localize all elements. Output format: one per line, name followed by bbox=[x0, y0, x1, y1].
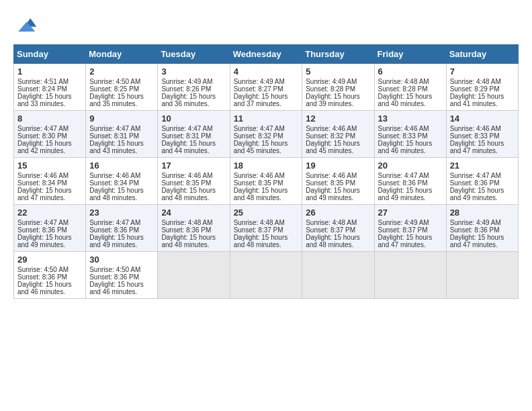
sunrise-text: Sunrise: 4:47 AM bbox=[17, 219, 69, 226]
sunrise-text: Sunrise: 4:49 AM bbox=[306, 78, 357, 85]
sunset-text: Sunset: 8:37 PM bbox=[306, 226, 355, 234]
sunrise-text: Sunrise: 4:50 AM bbox=[17, 266, 69, 273]
sunset-text: Sunset: 8:28 PM bbox=[378, 85, 428, 93]
day-number: 26 bbox=[306, 208, 370, 218]
daylight-text: Daylight: 15 hours and 33 minutes. bbox=[17, 93, 72, 107]
sunset-text: Sunset: 8:36 PM bbox=[161, 226, 211, 234]
day-number: 25 bbox=[234, 208, 299, 218]
logo-icon bbox=[13, 13, 38, 38]
calendar-cell-25: 25Sunrise: 4:48 AMSunset: 8:37 PMDayligh… bbox=[230, 205, 302, 252]
calendar-cell-4: 4Sunrise: 4:49 AMSunset: 8:27 PMDaylight… bbox=[230, 64, 302, 111]
daylight-text: Daylight: 15 hours and 39 minutes. bbox=[306, 93, 360, 107]
calendar-cell-10: 10Sunrise: 4:47 AMSunset: 8:31 PMDayligh… bbox=[158, 111, 230, 158]
day-number: 16 bbox=[89, 161, 154, 171]
calendar-cell-2: 2Sunrise: 4:50 AMSunset: 8:25 PMDaylight… bbox=[86, 64, 158, 111]
day-number: 17 bbox=[161, 161, 226, 171]
calendar-header-thursday: Thursday bbox=[302, 45, 374, 64]
calendar-cell-12: 12Sunrise: 4:46 AMSunset: 8:32 PMDayligh… bbox=[302, 111, 374, 158]
day-number: 24 bbox=[161, 208, 226, 218]
sunset-text: Sunset: 8:29 PM bbox=[450, 85, 500, 93]
daylight-text: Daylight: 15 hours and 41 minutes. bbox=[450, 93, 504, 107]
calendar-cell-24: 24Sunrise: 4:48 AMSunset: 8:36 PMDayligh… bbox=[158, 205, 230, 252]
day-number: 2 bbox=[89, 66, 154, 77]
day-number: 1 bbox=[17, 66, 82, 77]
sunrise-text: Sunrise: 4:47 AM bbox=[234, 125, 285, 132]
sunrise-text: Sunrise: 4:47 AM bbox=[89, 125, 140, 132]
sunset-text: Sunset: 8:26 PM bbox=[161, 85, 211, 93]
day-number: 18 bbox=[234, 161, 299, 171]
calendar-cell-22: 22Sunrise: 4:47 AMSunset: 8:36 PMDayligh… bbox=[14, 205, 86, 252]
daylight-text: Daylight: 15 hours and 44 minutes. bbox=[161, 140, 216, 154]
sunset-text: Sunset: 8:37 PM bbox=[378, 226, 428, 234]
calendar-cell-20: 20Sunrise: 4:47 AMSunset: 8:36 PMDayligh… bbox=[374, 158, 446, 205]
calendar-header-sunday: Sunday bbox=[14, 45, 86, 64]
day-number: 19 bbox=[306, 161, 370, 171]
calendar-header-friday: Friday bbox=[374, 45, 446, 64]
calendar-cell-9: 9Sunrise: 4:47 AMSunset: 8:31 PMDaylight… bbox=[86, 111, 158, 158]
daylight-text: Daylight: 15 hours and 49 minutes. bbox=[378, 187, 433, 201]
day-number: 8 bbox=[17, 113, 82, 124]
calendar-week-2: 8Sunrise: 4:47 AMSunset: 8:30 PMDaylight… bbox=[14, 111, 519, 158]
calendar-week-5: 29Sunrise: 4:50 AMSunset: 8:36 PMDayligh… bbox=[14, 252, 519, 299]
day-number: 11 bbox=[234, 113, 299, 124]
sunrise-text: Sunrise: 4:46 AM bbox=[234, 172, 285, 179]
sunset-text: Sunset: 8:33 PM bbox=[378, 132, 428, 140]
calendar-cell-13: 13Sunrise: 4:46 AMSunset: 8:33 PMDayligh… bbox=[374, 111, 446, 158]
sunrise-text: Sunrise: 4:51 AM bbox=[17, 78, 69, 85]
sunset-text: Sunset: 8:35 PM bbox=[234, 179, 283, 187]
calendar-cell-18: 18Sunrise: 4:46 AMSunset: 8:35 PMDayligh… bbox=[230, 158, 302, 205]
calendar-cell-7: 7Sunrise: 4:48 AMSunset: 8:29 PMDaylight… bbox=[446, 64, 518, 111]
calendar-cell-21: 21Sunrise: 4:47 AMSunset: 8:36 PMDayligh… bbox=[446, 158, 518, 205]
daylight-text: Daylight: 15 hours and 45 minutes. bbox=[306, 140, 360, 154]
daylight-text: Daylight: 15 hours and 47 minutes. bbox=[378, 234, 433, 248]
calendar-cell-empty bbox=[374, 252, 446, 299]
calendar-header-wednesday: Wednesday bbox=[230, 45, 302, 64]
calendar-cell-27: 27Sunrise: 4:49 AMSunset: 8:37 PMDayligh… bbox=[374, 205, 446, 252]
sunrise-text: Sunrise: 4:48 AM bbox=[234, 219, 285, 226]
sunset-text: Sunset: 8:36 PM bbox=[450, 226, 500, 234]
sunset-text: Sunset: 8:36 PM bbox=[450, 179, 500, 187]
daylight-text: Daylight: 15 hours and 45 minutes. bbox=[234, 140, 288, 154]
sunset-text: Sunset: 8:25 PM bbox=[89, 85, 139, 93]
day-number: 14 bbox=[450, 113, 515, 124]
day-number: 5 bbox=[306, 66, 370, 77]
day-number: 22 bbox=[17, 208, 82, 218]
day-number: 13 bbox=[378, 113, 443, 124]
daylight-text: Daylight: 15 hours and 48 minutes. bbox=[161, 187, 216, 201]
calendar-cell-28: 28Sunrise: 4:49 AMSunset: 8:36 PMDayligh… bbox=[446, 205, 518, 252]
day-number: 30 bbox=[89, 255, 154, 265]
calendar-cell-8: 8Sunrise: 4:47 AMSunset: 8:30 PMDaylight… bbox=[14, 111, 86, 158]
sunrise-text: Sunrise: 4:46 AM bbox=[306, 125, 357, 132]
day-number: 15 bbox=[17, 161, 82, 171]
calendar-week-4: 22Sunrise: 4:47 AMSunset: 8:36 PMDayligh… bbox=[14, 205, 519, 252]
sunrise-text: Sunrise: 4:47 AM bbox=[161, 125, 212, 132]
daylight-text: Daylight: 15 hours and 46 minutes. bbox=[17, 281, 72, 295]
daylight-text: Daylight: 15 hours and 49 minutes. bbox=[17, 234, 72, 248]
sunset-text: Sunset: 8:36 PM bbox=[89, 273, 139, 281]
sunrise-text: Sunrise: 4:49 AM bbox=[378, 219, 429, 226]
calendar-cell-6: 6Sunrise: 4:48 AMSunset: 8:28 PMDaylight… bbox=[374, 64, 446, 111]
calendar-cell-11: 11Sunrise: 4:47 AMSunset: 8:32 PMDayligh… bbox=[230, 111, 302, 158]
daylight-text: Daylight: 15 hours and 47 minutes. bbox=[450, 234, 504, 248]
sunset-text: Sunset: 8:35 PM bbox=[161, 179, 211, 187]
daylight-text: Daylight: 15 hours and 49 minutes. bbox=[89, 234, 144, 248]
daylight-text: Daylight: 15 hours and 46 minutes. bbox=[378, 140, 433, 154]
calendar-cell-14: 14Sunrise: 4:46 AMSunset: 8:33 PMDayligh… bbox=[446, 111, 518, 158]
sunset-text: Sunset: 8:30 PM bbox=[17, 132, 67, 140]
calendar-header-monday: Monday bbox=[86, 45, 158, 64]
daylight-text: Daylight: 15 hours and 35 minutes. bbox=[89, 93, 144, 107]
daylight-text: Daylight: 15 hours and 48 minutes. bbox=[234, 234, 288, 248]
daylight-text: Daylight: 15 hours and 48 minutes. bbox=[89, 187, 144, 201]
day-number: 21 bbox=[450, 161, 515, 171]
sunrise-text: Sunrise: 4:46 AM bbox=[378, 125, 429, 132]
daylight-text: Daylight: 15 hours and 40 minutes. bbox=[378, 93, 433, 107]
daylight-text: Daylight: 15 hours and 36 minutes. bbox=[161, 93, 216, 107]
calendar-cell-17: 17Sunrise: 4:46 AMSunset: 8:35 PMDayligh… bbox=[158, 158, 230, 205]
sunset-text: Sunset: 8:36 PM bbox=[89, 226, 139, 234]
calendar-cell-19: 19Sunrise: 4:46 AMSunset: 8:35 PMDayligh… bbox=[302, 158, 374, 205]
calendar-cell-26: 26Sunrise: 4:48 AMSunset: 8:37 PMDayligh… bbox=[302, 205, 374, 252]
sunset-text: Sunset: 8:34 PM bbox=[17, 179, 67, 187]
calendar-cell-empty bbox=[158, 252, 230, 299]
calendar-cell-30: 30Sunrise: 4:50 AMSunset: 8:36 PMDayligh… bbox=[86, 252, 158, 299]
sunset-text: Sunset: 8:34 PM bbox=[89, 179, 139, 187]
